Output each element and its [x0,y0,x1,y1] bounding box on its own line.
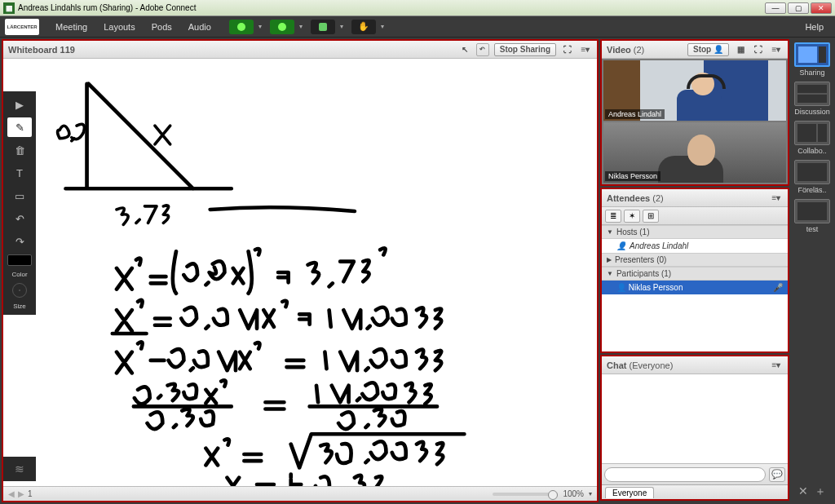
app-icon: ▦ [3,2,15,14]
window-titlebar: ▦ Andreas Lindahls rum (Sharing) - Adobe… [0,0,835,16]
chat-pod: Chat (Everyone) ≡▾ 💬 Everyone [600,355,789,501]
section-hosts[interactable]: ▼Hosts (1) [602,225,788,239]
pointer-icon[interactable]: ↖ [458,43,471,56]
color-swatch[interactable] [7,254,32,266]
share-pod-header: Whiteboard 119 ↖ ↶ Stop Sharing ⛶ ≡▾ [3,41,597,59]
video-frame-2[interactable]: Niklas Persson [603,122,786,183]
zoom-slider[interactable] [493,493,558,496]
fullscreen-icon[interactable]: ⛶ [561,43,574,56]
menu-pods[interactable]: Pods [144,22,180,32]
layout-sharing[interactable]: Sharing [793,42,831,77]
whiteboard-canvas[interactable]: ▶ ✎ 🗑 T ▭ ↶ ↷ Color Size ≋ [3,59,597,501]
pod-menu-icon[interactable]: ≡▾ [579,43,592,56]
video-stop-button[interactable]: Stop 👤 [687,43,729,56]
video-pod: Video (2) Stop 👤 ▦ ⛶ ≡▾ Andreas Lindahl … [600,39,789,186]
video-pod-header: Video (2) Stop 👤 ▦ ⛶ ≡▾ [602,41,788,59]
whiteboard-toolbar: ▶ ✎ 🗑 T ▭ ↶ ↷ Color Size [3,91,36,315]
attendee-view-status-icon[interactable]: ✶ [624,210,640,223]
video-count: (2) [634,45,644,55]
menu-audio[interactable]: Audio [180,22,219,32]
attendee-row-participant[interactable]: 👤 Niklas Persson 🎤 [602,281,788,294]
chat-body [602,374,788,463]
video-label-1: Andreas Lindahl [605,109,665,119]
layout-lecture[interactable]: Föreläs.. [793,160,831,194]
layout-manage-icon[interactable]: ✕ [798,484,808,499]
color-label: Color [7,269,32,280]
share-pod: Whiteboard 119 ↖ ↶ Stop Sharing ⛶ ≡▾ ▶ ✎… [2,39,599,502]
whiteboard-drawing [36,59,597,486]
video-menu-icon[interactable]: ≡▾ [770,43,783,56]
attendee-breakout-icon[interactable]: ⊞ [643,210,659,223]
attendee-row-host[interactable]: 👤Andreas Lindahl [602,239,788,253]
raise-hand-toggle[interactable]: ✋▾ [351,20,376,34]
layout-collaboration[interactable]: Collabo.. [793,121,831,155]
webcam-toggle[interactable]: ▾ [311,20,335,34]
maximize-button[interactable]: ▢ [788,2,809,14]
redo-tool[interactable]: ↷ [7,232,32,251]
close-button[interactable]: ✕ [811,2,832,14]
size-picker[interactable] [12,283,27,298]
microphone-toggle[interactable]: ▾ [270,20,294,34]
brand-logo: LÄRCENTER [5,19,39,35]
window-title: Andreas Lindahls rum (Sharing) - Adobe C… [18,3,196,12]
layout-discussion[interactable]: Discussion [793,82,831,116]
size-label: Size [7,301,32,312]
undo-last-icon[interactable]: ↶ [476,43,489,56]
attendee-toolbar: ≣ ✶ ⊞ [602,207,788,225]
video-grid-icon[interactable]: ▦ [734,43,747,56]
mic-status-icon: 🎤 [773,283,783,292]
video-label-2: Niklas Persson [605,171,660,181]
menu-help[interactable]: Help [798,22,830,32]
layout-add-icon[interactable]: ＋ [815,484,826,499]
chat-menu-icon[interactable]: ≡▾ [770,359,783,372]
video-fullscreen-icon[interactable]: ⛶ [752,43,765,56]
video-title: Video [607,45,631,55]
page-next-icon[interactable]: ▶ [18,489,24,498]
attendee-view-list-icon[interactable]: ≣ [605,210,621,223]
pen-tool[interactable]: ✎ [7,117,32,137]
zoom-dropdown-icon[interactable]: ▾ [589,490,592,497]
chat-scope: (Everyone) [630,360,674,370]
page-number: 1 [28,489,33,498]
chat-title: Chat [607,360,626,370]
section-presenters[interactable]: ▶Presenters (0) [602,253,788,267]
menu-layouts[interactable]: Layouts [95,22,144,32]
chat-tab-everyone[interactable]: Everyone [605,487,654,498]
undo-tool[interactable]: ↶ [7,209,32,228]
right-column: Video (2) Stop 👤 ▦ ⛶ ≡▾ Andreas Lindahl … [600,39,789,502]
menubar: LÄRCENTER Meeting Layouts Pods Audio ▾ ▾… [0,16,835,38]
menu-meeting[interactable]: Meeting [47,22,95,32]
attendees-pod: Attendees (2) ≡▾ ≣ ✶ ⊞ ▼Hosts (1) 👤Andre… [600,188,789,353]
attendees-header: Attendees (2) ≡▾ [602,189,788,207]
video-body: Andreas Lindahl Niklas Persson [602,59,788,184]
delete-tool[interactable]: 🗑 [7,140,32,160]
chat-input[interactable] [604,467,766,482]
minimize-button[interactable]: — [765,2,786,14]
layout-test[interactable]: test [793,199,831,233]
whiteboard-title: Whiteboard 119 [8,45,75,55]
shape-tool[interactable]: ▭ [7,186,32,206]
attendees-title: Attendees [607,193,650,203]
zoom-value: 100% [563,489,584,498]
page-prev-icon[interactable]: ◀ [8,489,15,498]
layers-button[interactable]: ≋ [3,457,36,481]
stop-sharing-button[interactable]: Stop Sharing [494,43,556,56]
attendees-count: (2) [652,193,663,203]
section-participants[interactable]: ▼Participants (1) [602,267,788,281]
workspace: Whiteboard 119 ↖ ↶ Stop Sharing ⛶ ≡▾ ▶ ✎… [0,38,835,504]
text-tool[interactable]: T [7,163,32,183]
whiteboard-footer: ◀ ▶ 1 100% ▾ [3,486,597,501]
select-tool[interactable]: ▶ [7,95,32,114]
layouts-rail: Sharing Discussion Collabo.. Föreläs.. t… [789,38,835,504]
video-frame-1[interactable]: Andreas Lindahl [603,60,786,121]
attendees-menu-icon[interactable]: ≡▾ [770,192,783,205]
chat-header: Chat (Everyone) ≡▾ [602,356,788,374]
speaker-toggle[interactable]: ▾ [229,20,254,34]
chat-send-button[interactable]: 💬 [769,467,785,482]
